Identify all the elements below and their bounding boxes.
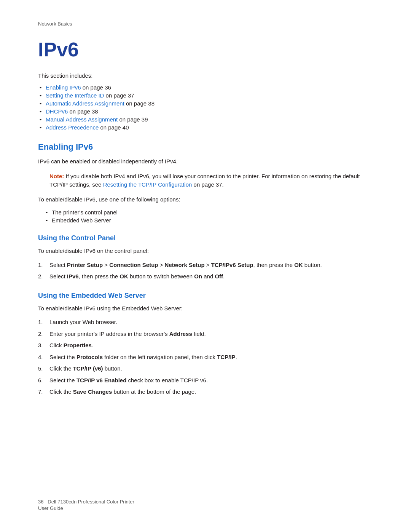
embedded-step-6: Select the TCP/IP v6 Enabled check box t…: [38, 376, 373, 385]
footer-separator: [43, 499, 48, 505]
footer-guide: User Guide: [38, 505, 134, 511]
embedded-step-5: Click the TCP/IP (v6) button.: [38, 364, 373, 373]
toc-item-1: Enabling IPv6 on page 36: [38, 84, 373, 91]
footer-product: Dell 7130cdn Professional Color Printer: [48, 499, 134, 505]
toc-item-6: Address Precedence on page 40: [38, 124, 373, 131]
toc-link-4[interactable]: DHCPv6: [46, 108, 68, 115]
breadcrumb: Network Basics: [38, 21, 373, 27]
control-panel-heading: Using the Control Panel: [38, 234, 373, 242]
toc-item-3: Automatic Address Assignment on page 38: [38, 100, 373, 107]
embedded-step-4: Select the Protocols folder on the left …: [38, 353, 373, 362]
option-item-2: Embedded Web Server: [46, 217, 373, 224]
toc-link-6[interactable]: Address Precedence: [46, 124, 99, 131]
embedded-step-7: Click the Save Changes button at the bot…: [38, 388, 373, 396]
note-box: Note: If you disable both IPv4 and IPv6,…: [49, 172, 373, 189]
enabling-ipv6-heading: Enabling IPv6: [38, 142, 373, 152]
control-panel-step-2: Select IPv6, then press the OK button to…: [38, 272, 373, 281]
toc-item-5: Manual Address Assignment on page 39: [38, 116, 373, 123]
section-intro: This section includes:: [38, 72, 373, 79]
footer: 36 Dell 7130cdn Professional Color Print…: [38, 499, 134, 511]
footer-page-info: 36 Dell 7130cdn Professional Color Print…: [38, 499, 134, 505]
embedded-step-1: Launch your Web browser.: [38, 318, 373, 327]
embedded-step-2: Enter your printer's IP address in the b…: [38, 330, 373, 339]
toc-item-2: Setting the Interface ID on page 37: [38, 92, 373, 99]
embedded-server-heading: Using the Embedded Web Server: [38, 292, 373, 300]
page-container: Network Basics IPv6 This section include…: [0, 0, 411, 435]
toc-link-2[interactable]: Setting the Interface ID: [46, 92, 104, 99]
note-label: Note:: [49, 173, 64, 179]
control-panel-intro: To enable/disable IPv6 on the control pa…: [38, 247, 373, 256]
control-panel-steps: Select Printer Setup > Connection Setup …: [38, 261, 373, 281]
enabling-body1: IPv6 can be enabled or disabled independ…: [38, 157, 373, 166]
toc-link-5[interactable]: Manual Address Assignment: [46, 116, 118, 123]
enable-intro: To enable/disable IPv6, use one of the f…: [38, 195, 373, 204]
footer-page-number: 36: [38, 499, 43, 505]
options-list: The printer's control panel Embedded Web…: [46, 209, 373, 224]
control-panel-step-1: Select Printer Setup > Connection Setup …: [38, 261, 373, 270]
page-title: IPv6: [38, 38, 373, 61]
note-suffix: on page 37.: [192, 181, 223, 188]
note-link[interactable]: Resetting the TCP/IP Configuration: [103, 181, 192, 188]
embedded-server-intro: To enable/disable IPv6 using the Embedde…: [38, 304, 373, 313]
toc-item-4: DHCPv6 on page 38: [38, 108, 373, 115]
toc-link-3[interactable]: Automatic Address Assignment: [46, 100, 124, 107]
embedded-server-steps: Launch your Web browser. Enter your prin…: [38, 318, 373, 396]
toc-list: Enabling IPv6 on page 36 Setting the Int…: [38, 84, 373, 131]
option-item-1: The printer's control panel: [46, 209, 373, 216]
toc-link-1[interactable]: Enabling IPv6: [46, 84, 81, 91]
embedded-step-3: Click Properties.: [38, 341, 373, 350]
